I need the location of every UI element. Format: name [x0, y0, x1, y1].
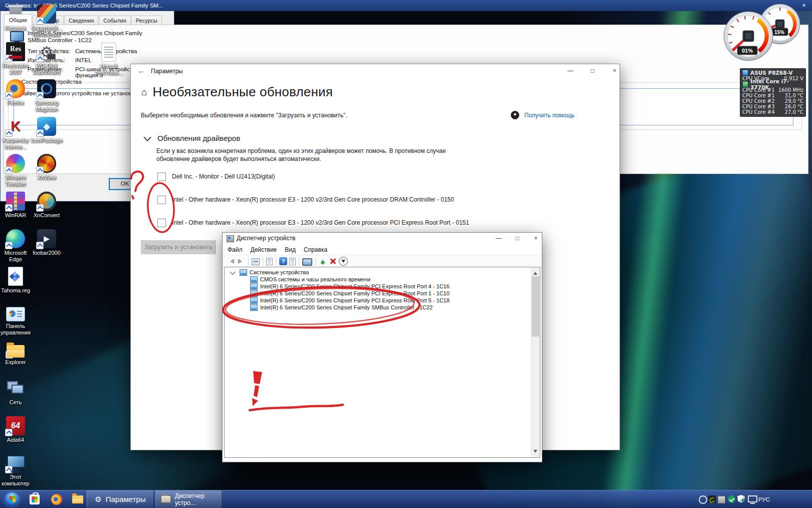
- shortcut-arrow-icon: [5, 429, 13, 436]
- desktop-icon-label: Aida64: [0, 437, 36, 443]
- update-checkbox[interactable]: [157, 219, 166, 227]
- desktop-icon[interactable]: K Kaspersky Interne...: [1, 117, 31, 150]
- shortcut-arrow-icon: [36, 166, 44, 174]
- taskbar-window-button[interactable]: Диспетчер устро...: [155, 490, 222, 508]
- tree-expand-icon[interactable]: [230, 269, 236, 275]
- desktop-icon[interactable]: Панель управления: [1, 304, 31, 336]
- language-indicator[interactable]: РУС: [758, 490, 770, 508]
- update-driver-icon[interactable]: [319, 257, 327, 265]
- desktop-icon[interactable]: ▶ foobar2000: [32, 229, 62, 256]
- desktop-icon[interactable]: Explorer: [1, 341, 31, 366]
- scrollbar[interactable]: [531, 267, 540, 457]
- close-button[interactable]: ×: [528, 234, 543, 243]
- desktop-icon[interactable]: Microsoft Edge: [1, 229, 31, 263]
- uninstall-device-icon[interactable]: [329, 257, 337, 265]
- desktop-icon[interactable]: 64 Aida64: [1, 416, 31, 443]
- folder-icon: [72, 495, 83, 503]
- driver-updates-section-header[interactable]: Обновления драйверов: [145, 134, 240, 142]
- desktop-icon[interactable]: XnView: [32, 154, 62, 181]
- shortcut-arrow-icon: [5, 466, 13, 473]
- desktop-icon[interactable]: ◆ IconPackage: [32, 117, 62, 144]
- tree-node-device[interactable]: Intel(R) 6 Series/C200 Series Chipset Fa…: [225, 290, 530, 297]
- download-install-button[interactable]: Загрузить и установить: [141, 240, 216, 254]
- scroll-up-icon[interactable]: [533, 270, 537, 275]
- desktop-icon-glyph: [6, 307, 25, 321]
- hardware-monitor-panel[interactable]: ASUS P8Z68-V CPU VCore0,912 V Intel Core…: [740, 68, 806, 117]
- desktop-icon[interactable]: Winaero Tweaker: [1, 154, 31, 188]
- back-icon[interactable]: [227, 257, 235, 265]
- network-icon[interactable]: [748, 495, 757, 502]
- device-icon: [250, 304, 258, 311]
- device-category-icon: [240, 269, 247, 276]
- desktop-icon[interactable]: Этот компьютер: [1, 453, 31, 487]
- sensor-row: CPU Core #427,0 °C: [742, 109, 803, 115]
- tree-node-device[interactable]: Intel(R) 6 Series/C200 Series Chipset Fa…: [225, 304, 530, 311]
- cortana-icon[interactable]: [699, 495, 707, 504]
- sensor-row: CPU Core #229,0 °C: [742, 98, 803, 104]
- maximize-button[interactable]: □: [585, 66, 600, 75]
- desktop-icon-glyph: 64: [6, 416, 25, 435]
- antivirus-shield-icon[interactable]: [728, 495, 735, 503]
- desktop-icon-label: Сеть: [0, 399, 36, 406]
- desktop-icon[interactable]: Samsung Magician: [32, 79, 62, 113]
- toolbar: ?: [223, 255, 542, 268]
- tree-node-system-devices[interactable]: Системные устройства: [225, 269, 530, 276]
- cpu-gauge-icon[interactable]: 01%: [724, 12, 773, 61]
- menu-item[interactable]: Вид: [281, 245, 300, 254]
- nvidia-icon[interactable]: [708, 495, 716, 503]
- get-help-icon: [511, 111, 519, 119]
- back-arrow-icon[interactable]: ←: [138, 67, 145, 75]
- store-icon: [30, 494, 40, 504]
- update-item[interactable]: Dell Inc. - Monitor - Dell U2413(Digital…: [157, 173, 275, 181]
- tree-node-device[interactable]: CMOS системы и часы реального времени: [225, 276, 530, 283]
- menu-item[interactable]: Действие: [247, 245, 281, 254]
- device-icon: [250, 290, 258, 297]
- desktop-icon-label: Панель управления: [0, 323, 36, 336]
- desktop-icon[interactable]: WinRAR: [1, 192, 31, 219]
- scrollbar-thumb[interactable]: [532, 276, 539, 336]
- sensor-row: CPU Core #131,0 °C: [742, 93, 803, 98]
- desktop: 15% 01% ASUS P8Z68-V: [0, 0, 812, 508]
- menu-item[interactable]: Справка: [300, 245, 331, 254]
- tray-app-icon[interactable]: [718, 496, 725, 503]
- update-item[interactable]: Intel - Other hardware - Xeon(R) process…: [157, 219, 469, 227]
- console-icon[interactable]: [252, 258, 260, 265]
- scroll-down-icon[interactable]: [533, 450, 537, 455]
- taskbar-store-button[interactable]: [27, 490, 42, 508]
- start-button[interactable]: [2, 490, 22, 508]
- minimize-button[interactable]: —: [491, 234, 506, 243]
- update-checkbox[interactable]: [157, 196, 166, 204]
- properties-icon[interactable]: [266, 258, 273, 265]
- minimize-button[interactable]: —: [563, 66, 578, 75]
- update-checkbox[interactable]: [157, 173, 166, 181]
- desktop-icon[interactable]: Firefox: [1, 79, 31, 106]
- taskbar-firefox-button[interactable]: [49, 490, 64, 508]
- desktop-icon[interactable]: Сеть: [1, 379, 31, 406]
- get-help-link[interactable]: Получить помощь: [511, 111, 574, 119]
- desktop-icon-glyph: [37, 79, 56, 98]
- desktop-icon-glyph: [8, 267, 23, 286]
- scan-hardware-icon[interactable]: [339, 257, 348, 266]
- desktop-icon-glyph: [37, 192, 56, 211]
- export-icon[interactable]: [289, 258, 296, 265]
- tree-node-device[interactable]: Intel(R) 6 Series/C200 Series Chipset Fa…: [225, 297, 530, 304]
- close-button[interactable]: ×: [607, 66, 622, 75]
- menu-item[interactable]: Файл: [224, 245, 247, 254]
- desktop-icon-label: IconPackage: [27, 137, 67, 144]
- shortcut-arrow-icon: [5, 166, 13, 174]
- page-subtitle: Выберите необходимые обновления и нажмит…: [141, 112, 347, 119]
- tree-node-device[interactable]: Intel(R) 6 Series/C200 Series Chipset Fa…: [225, 283, 530, 290]
- defender-shield-icon[interactable]: [737, 495, 745, 503]
- desktop-icon-glyph: [6, 192, 25, 211]
- home-icon: ⌂: [141, 87, 147, 98]
- desktop-icon[interactable]: Tahoma.reg: [1, 266, 31, 294]
- desktop-icon[interactable]: XnConvert: [32, 192, 62, 219]
- maximize-button[interactable]: □: [510, 234, 525, 243]
- computer-icon[interactable]: [302, 258, 312, 266]
- taskbar-explorer-button[interactable]: [70, 490, 85, 508]
- forward-icon[interactable]: [237, 257, 245, 265]
- help-icon[interactable]: ?: [279, 257, 287, 265]
- taskbar-window-button[interactable]: ⚙ Параметры: [87, 490, 154, 508]
- window-title: Диспетчер устройств: [237, 235, 295, 242]
- update-item[interactable]: Intel - Other hardware - Xeon(R) process…: [157, 196, 454, 204]
